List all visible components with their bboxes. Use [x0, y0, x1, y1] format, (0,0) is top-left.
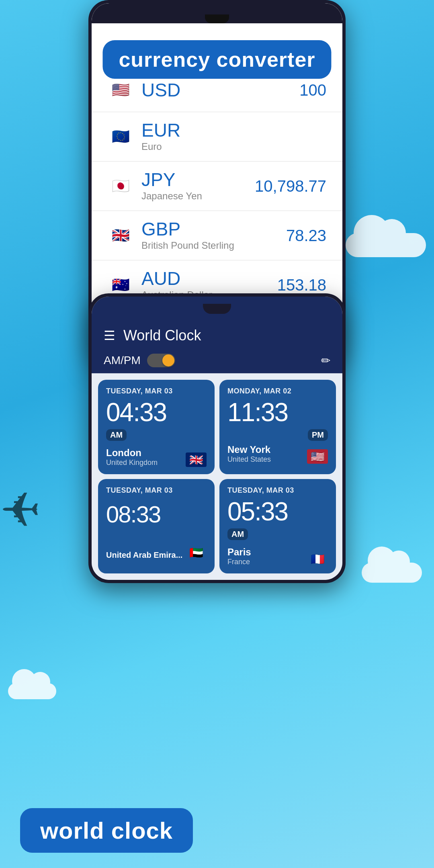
flag-jpy: 🇯🇵 [108, 173, 133, 199]
currency-code-usd: USD [141, 81, 299, 99]
toggle-knob [162, 354, 174, 366]
newyork-bottom: New York United States [227, 444, 328, 464]
paris-time: 05:33 [227, 499, 328, 524]
newyork-flag [307, 449, 328, 464]
currency-value-gbp: 78.23 [286, 227, 326, 245]
world-clock-phone: ☰ World Clock AM/PM ✏ TUESDAY, MAR 03 04… [88, 293, 346, 583]
currency-info-gbp: GBP British Pound Sterling [141, 220, 286, 251]
uae-flag [186, 545, 207, 560]
paris-city-info: Paris France [227, 547, 251, 566]
paris-country: France [227, 558, 251, 566]
newyork-country: United States [227, 455, 271, 464]
london-ampm-badge: AM [106, 429, 127, 441]
currency-name-eur: Euro [141, 141, 326, 152]
currency-item-eur[interactable]: 🇪🇺 EUR Euro [92, 112, 342, 162]
airplane-decoration: ✈ [0, 482, 41, 538]
london-city: London [106, 447, 158, 459]
uae-date: TUESDAY, MAR 03 [106, 486, 207, 495]
paris-flag [307, 552, 328, 566]
london-country: United Kingdom [106, 459, 158, 467]
currency-info-jpy: JPY Japanese Yen [141, 170, 255, 202]
flag-eur: 🇪🇺 [108, 124, 133, 149]
uae-city: United Arab Emira... [106, 551, 182, 560]
world-clock-title: World Clock [123, 327, 201, 344]
currency-name-gbp: British Pound Sterling [141, 240, 286, 251]
currency-info-usd: USD [141, 81, 299, 99]
uae-bottom: United Arab Emira... [106, 545, 207, 560]
currency-code-aud: AUD [141, 269, 277, 288]
currency-info-eur: EUR Euro [141, 121, 326, 152]
newyork-city-info: New York United States [227, 444, 271, 464]
currency-name-jpy: Japanese Yen [141, 190, 255, 202]
currency-code-jpy: JPY [141, 170, 255, 189]
newyork-ampm-badge: PM [308, 429, 328, 441]
newyork-time: 11:33 [227, 399, 328, 425]
world-clock-label-text: world clock [40, 817, 173, 843]
ampm-left: AM/PM [104, 354, 175, 367]
paris-city: Paris [227, 547, 251, 558]
currency-converter-title: currency converter [119, 48, 315, 71]
paris-bottom: Paris France [227, 547, 328, 566]
currency-value-usd: 100 [299, 81, 326, 99]
cloud-decoration-3 [8, 683, 56, 699]
notch-bar [92, 297, 342, 321]
currency-value-jpy: 10,798.77 [255, 177, 326, 195]
edit-icon[interactable]: ✏ [321, 354, 330, 367]
newyork-city: New York [227, 444, 271, 455]
flag-usd: 🇺🇸 [108, 77, 133, 103]
ampm-label: AM/PM [104, 354, 141, 367]
clock-grid: TUESDAY, MAR 03 04:33 AM London United K… [92, 373, 342, 580]
london-time: 04:33 [106, 399, 207, 425]
world-clock-header: ☰ World Clock [92, 321, 342, 348]
uae-city-info: United Arab Emira... [106, 551, 182, 560]
paris-date: TUESDAY, MAR 03 [227, 486, 328, 495]
currency-converter-label: currency converter [102, 40, 331, 79]
currency-item-jpy[interactable]: 🇯🇵 JPY Japanese Yen 10,798.77 [92, 162, 342, 211]
currency-code-eur: EUR [141, 121, 326, 139]
currency-item-gbp[interactable]: 🇬🇧 GBP British Pound Sterling 78.23 [92, 211, 342, 260]
world-clock-label: world clock [20, 808, 193, 853]
london-bottom: London United Kingdom [106, 447, 207, 467]
currency-code-gbp: GBP [141, 220, 286, 238]
newyork-date: MONDAY, MAR 02 [227, 387, 328, 395]
cloud-decoration-2 [362, 563, 422, 583]
clock-card-paris[interactable]: TUESDAY, MAR 03 05:33 AM Paris France [219, 479, 336, 573]
london-flag [186, 452, 207, 467]
uae-time: 08:33 [106, 503, 207, 526]
ampm-toggle[interactable] [147, 354, 175, 367]
ampm-bar: AM/PM ✏ [92, 348, 342, 373]
cloud-decoration-1 [346, 233, 426, 257]
world-clock-screen: ☰ World Clock AM/PM ✏ TUESDAY, MAR 03 04… [92, 297, 342, 580]
clock-card-uae[interactable]: TUESDAY, MAR 03 08:33 United Arab Emira.… [98, 479, 215, 573]
currency-value-aud: 153.18 [277, 276, 326, 294]
menu-icon[interactable]: ☰ [104, 328, 115, 343]
clock-card-newyork[interactable]: MONDAY, MAR 02 11:33 PM New York United … [219, 380, 336, 474]
paris-ampm-badge: AM [227, 528, 248, 540]
london-city-info: London United Kingdom [106, 447, 158, 467]
notch [203, 304, 231, 314]
flag-gbp: 🇬🇧 [108, 223, 133, 248]
clock-card-london[interactable]: TUESDAY, MAR 03 04:33 AM London United K… [98, 380, 215, 474]
london-date: TUESDAY, MAR 03 [106, 387, 207, 395]
